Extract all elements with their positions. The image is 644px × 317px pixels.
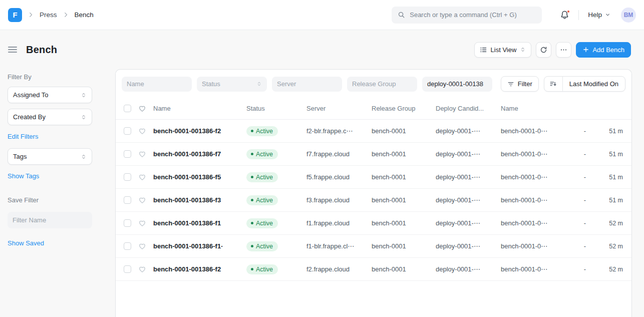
- search-input[interactable]: [410, 11, 536, 19]
- release-group-cell: bench-0001: [372, 150, 429, 158]
- favorite-icon[interactable]: [138, 265, 146, 273]
- refresh-icon: [540, 46, 547, 54]
- frappe-logo[interactable]: F: [8, 8, 22, 22]
- row-checkbox[interactable]: [124, 127, 131, 135]
- table-row[interactable]: bench-0001-001386-f2 Active f2-blr.frapp…: [116, 120, 631, 143]
- view-switcher-button[interactable]: List View: [474, 42, 532, 58]
- server-filter-pill[interactable]: [272, 77, 342, 92]
- favorite-icon[interactable]: [138, 196, 146, 204]
- favorite-icon[interactable]: [138, 127, 146, 135]
- status-label: Active: [256, 128, 273, 135]
- tags-select[interactable]: Tags: [8, 148, 92, 165]
- select-chevrons-icon: [520, 47, 526, 53]
- user-avatar[interactable]: BM: [621, 8, 636, 23]
- breadcrumb-item-press[interactable]: Press: [40, 11, 57, 19]
- bench-name-cell: bench-0001-001386-f2: [153, 127, 239, 135]
- bench-title-cell: bench-0001-0⋯: [501, 242, 566, 250]
- server-cell: f2.frappe.cloud: [306, 265, 365, 273]
- empty-value-cell: -: [580, 219, 590, 227]
- release-group-filter-input[interactable]: [352, 80, 412, 88]
- column-header-deploy-candidate[interactable]: Deploy Candid...: [436, 105, 494, 112]
- table-row[interactable]: bench-0001-001386-f5 Active f5.frappe.cl…: [116, 166, 631, 189]
- command-search[interactable]: [392, 7, 542, 24]
- column-header-name[interactable]: Name: [153, 105, 239, 112]
- sort-direction-button[interactable]: [544, 77, 563, 91]
- status-dot-icon: [251, 245, 253, 247]
- row-checkbox[interactable]: [124, 265, 131, 273]
- name-filter-pill[interactable]: [122, 77, 192, 92]
- deploy-candidate-cell: deploy-0001-⋯: [436, 150, 494, 158]
- row-checkbox[interactable]: [124, 173, 131, 181]
- refresh-button[interactable]: [536, 42, 551, 58]
- bench-name-cell: bench-0001-001386-f5: [153, 173, 239, 181]
- table-row[interactable]: bench-0001-001386-f3 Active f3.frappe.cl…: [116, 189, 631, 212]
- last-modified-cell: 52 m: [597, 220, 623, 227]
- favorite-icon[interactable]: [138, 150, 146, 158]
- status-label: Active: [256, 151, 273, 158]
- deploy-candidate-filter-pill[interactable]: [422, 77, 492, 92]
- table-row[interactable]: bench-0001-001386-f7 Active f7.frappe.cl…: [116, 143, 631, 166]
- notifications-button[interactable]: [560, 10, 569, 20]
- column-header-name2[interactable]: Name: [501, 105, 566, 112]
- bench-title-cell: bench-0001-0⋯: [501, 219, 566, 227]
- show-tags-link[interactable]: Show Tags: [8, 172, 39, 180]
- release-group-filter-pill[interactable]: [347, 77, 417, 92]
- release-group-cell: bench-0001: [372, 242, 429, 250]
- column-header-status[interactable]: Status: [246, 105, 299, 112]
- more-options-button[interactable]: [556, 42, 571, 58]
- status-badge: Active: [246, 218, 278, 228]
- page-header: Bench List View: [0, 30, 644, 69]
- favorite-icon[interactable]: [138, 242, 146, 250]
- created-by-select[interactable]: Created By: [8, 109, 92, 125]
- last-modified-cell: 52 m: [597, 266, 623, 273]
- assigned-to-select[interactable]: Assigned To: [8, 87, 92, 103]
- filter-name-input[interactable]: [8, 212, 92, 228]
- status-badge: Active: [246, 172, 278, 182]
- column-header-release-group[interactable]: Release Group: [372, 105, 429, 112]
- server-filter-input[interactable]: [277, 80, 337, 88]
- row-checkbox[interactable]: [124, 196, 131, 204]
- name-filter-input[interactable]: [127, 80, 187, 88]
- add-bench-button[interactable]: Add Bench: [576, 42, 631, 58]
- chevron-right-icon: [27, 11, 35, 19]
- status-filter-select[interactable]: Status: [197, 77, 267, 92]
- bench-list-panel: Status Filter: [115, 69, 632, 317]
- status-badge: Active: [246, 149, 278, 159]
- release-group-cell: bench-0001: [372, 196, 429, 204]
- sidebar-toggle-icon[interactable]: [8, 46, 17, 54]
- filter-sidebar: Filter By Assigned To Created By Edit Fi…: [0, 69, 115, 317]
- table-row[interactable]: bench-0001-001386-f2 Active f2.frappe.cl…: [116, 258, 631, 281]
- release-group-cell: bench-0001: [372, 173, 429, 181]
- bench-name-cell: bench-0001-001386-f3: [153, 196, 239, 204]
- column-header-server[interactable]: Server: [306, 105, 365, 112]
- status-cell: Active: [246, 149, 299, 159]
- status-label: Active: [256, 174, 273, 181]
- edit-filters-link[interactable]: Edit Filters: [8, 133, 38, 140]
- comments-cell: 0: [630, 150, 631, 158]
- filter-funnel-icon: [507, 81, 514, 88]
- row-checkbox[interactable]: [124, 219, 131, 227]
- favorite-icon[interactable]: [138, 219, 146, 227]
- row-checkbox[interactable]: [124, 242, 131, 250]
- show-saved-link[interactable]: Show Saved: [8, 239, 44, 247]
- list-filter-bar: Status Filter: [116, 70, 631, 98]
- help-menu[interactable]: Help: [588, 11, 611, 19]
- status-cell: Active: [246, 218, 299, 228]
- select-chevrons-icon: [81, 114, 87, 120]
- heart-icon: [138, 242, 146, 250]
- row-checkbox[interactable]: [124, 150, 131, 158]
- table-row[interactable]: bench-0001-001386-f1· Active f1-blr.frap…: [116, 235, 631, 258]
- filter-button[interactable]: Filter: [501, 76, 539, 92]
- table-row[interactable]: bench-0001-001386-f1 Active f1.frappe.cl…: [116, 212, 631, 235]
- deploy-candidate-cell: deploy-0001-⋯: [436, 196, 494, 204]
- server-cell: f3.frappe.cloud: [306, 196, 365, 204]
- select-all-checkbox[interactable]: [124, 105, 131, 112]
- deploy-candidate-filter-input[interactable]: [427, 80, 487, 88]
- breadcrumb-item-bench[interactable]: Bench: [75, 11, 94, 19]
- sort-field-button[interactable]: Last Modified On: [563, 77, 625, 91]
- status-filter-placeholder: Status: [202, 80, 220, 88]
- favorite-icon[interactable]: [138, 173, 146, 181]
- page-title: Bench: [26, 44, 57, 56]
- favorite-column-icon: [138, 105, 146, 113]
- status-label: Active: [256, 266, 273, 273]
